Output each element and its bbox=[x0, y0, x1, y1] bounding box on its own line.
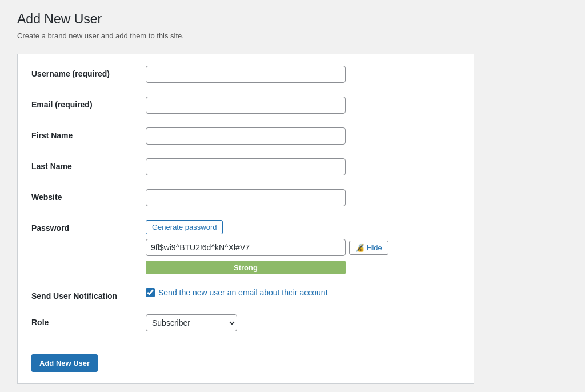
email-field bbox=[146, 97, 460, 114]
notification-checkbox-label[interactable]: Send the new user an email about their a… bbox=[146, 288, 328, 297]
email-input[interactable] bbox=[146, 97, 346, 114]
generate-password-button[interactable]: Generate password bbox=[146, 220, 223, 234]
password-strength-text: Strong bbox=[234, 263, 258, 272]
password-input[interactable] bbox=[146, 239, 346, 256]
email-label: Email (required) bbox=[31, 97, 146, 109]
role-select[interactable]: Subscriber Contributor Author Editor Adm… bbox=[146, 314, 237, 331]
password-section: Generate password 🔏 Hide Strong bbox=[146, 220, 460, 274]
page-subtitle: Create a brand new user and add them to … bbox=[17, 31, 568, 40]
username-input[interactable] bbox=[146, 66, 346, 83]
website-input[interactable] bbox=[146, 189, 346, 206]
password-strength-bar: Strong bbox=[146, 261, 346, 274]
username-row: Username (required) bbox=[31, 66, 460, 86]
website-field bbox=[146, 189, 460, 206]
notification-checkbox[interactable] bbox=[146, 288, 155, 297]
page-title: Add New User bbox=[17, 11, 568, 27]
website-row: Website bbox=[31, 189, 460, 210]
last-name-input[interactable] bbox=[146, 158, 346, 175]
last-name-field bbox=[146, 158, 460, 175]
notification-field: Send the new user an email about their a… bbox=[146, 288, 460, 297]
role-label: Role bbox=[31, 314, 146, 327]
first-name-label: First Name bbox=[31, 127, 146, 140]
notification-row: Send User Notification Send the new user… bbox=[31, 288, 460, 304]
notification-label: Send User Notification bbox=[31, 288, 146, 301]
first-name-input[interactable] bbox=[146, 127, 346, 145]
role-field: Subscriber Contributor Author Editor Adm… bbox=[146, 314, 460, 331]
last-name-row: Last Name bbox=[31, 158, 460, 179]
password-input-row: 🔏 Hide bbox=[146, 239, 460, 256]
hide-label: Hide bbox=[367, 243, 382, 252]
password-label: Password bbox=[31, 220, 146, 233]
role-row: Role Subscriber Contributor Author Edito… bbox=[31, 314, 460, 335]
eye-icon: 🔏 bbox=[355, 243, 364, 252]
username-field bbox=[146, 66, 460, 83]
add-user-form: Username (required) Email (required) Fir… bbox=[17, 54, 474, 384]
notification-checkbox-text: Send the new user an email about their a… bbox=[158, 288, 328, 297]
username-label: Username (required) bbox=[31, 66, 146, 78]
website-label: Website bbox=[31, 189, 146, 202]
email-row: Email (required) bbox=[31, 97, 460, 117]
add-new-user-button[interactable]: Add New User bbox=[31, 354, 98, 372]
hide-password-button[interactable]: 🔏 Hide bbox=[349, 241, 388, 255]
first-name-field bbox=[146, 127, 460, 145]
last-name-label: Last Name bbox=[31, 158, 146, 171]
first-name-row: First Name bbox=[31, 127, 460, 148]
password-row: Password Generate password 🔏 Hide Strong bbox=[31, 220, 460, 278]
